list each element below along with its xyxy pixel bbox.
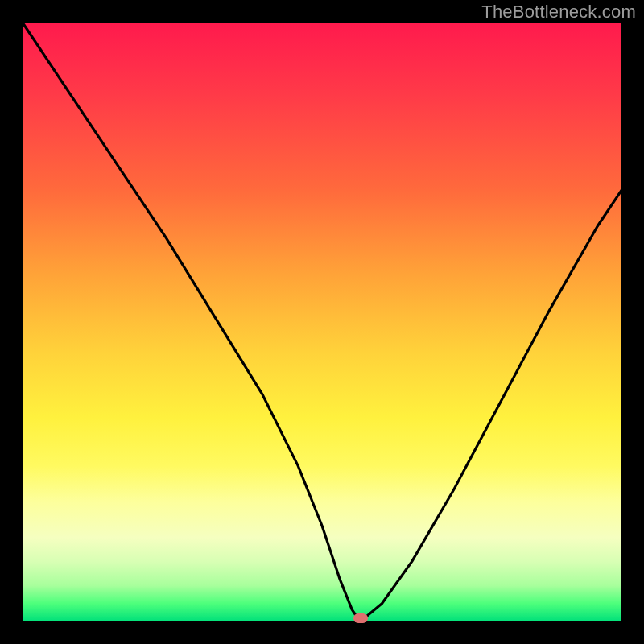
plot-area bbox=[23, 23, 621, 621]
bottleneck-curve bbox=[23, 23, 621, 621]
optimal-point-marker bbox=[353, 613, 368, 623]
chart-frame: TheBottleneck.com bbox=[0, 0, 644, 644]
watermark-label: TheBottleneck.com bbox=[481, 2, 636, 23]
